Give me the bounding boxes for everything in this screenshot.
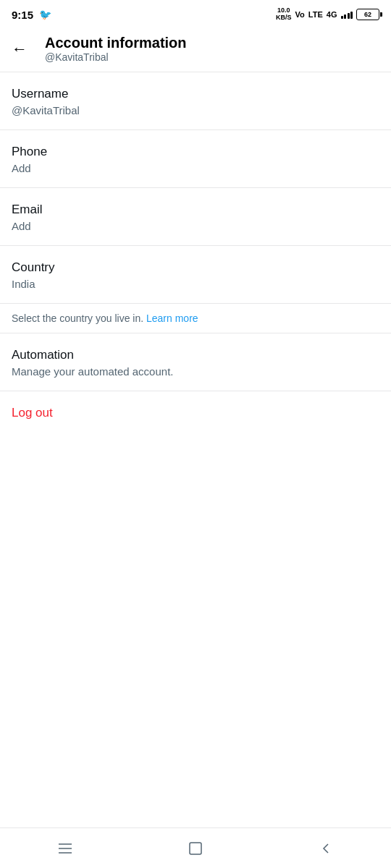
nav-back-button[interactable] bbox=[308, 830, 344, 867]
network-type-4g: 4G bbox=[327, 10, 337, 19]
phone-section[interactable]: Phone Add bbox=[0, 130, 391, 188]
nav-menu-button[interactable] bbox=[47, 830, 83, 867]
signal-bars-icon bbox=[341, 10, 353, 19]
logout-section[interactable]: Log out bbox=[0, 391, 391, 435]
email-value: Add bbox=[12, 220, 379, 232]
username-section[interactable]: Username @KavitaTribal bbox=[0, 72, 391, 130]
automation-section[interactable]: Automation Manage your automated account… bbox=[0, 333, 391, 391]
phone-label: Phone bbox=[12, 145, 379, 159]
bottom-nav bbox=[0, 827, 391, 868]
country-note-text: Select the country you live in. bbox=[12, 312, 143, 324]
nav-home-button[interactable] bbox=[177, 830, 214, 867]
account-handle: @KavitaTribal bbox=[45, 51, 187, 63]
network-type-vo: Vo bbox=[295, 10, 305, 19]
network-type-lte: LTE bbox=[308, 10, 323, 19]
country-value: India bbox=[12, 278, 379, 290]
menu-icon bbox=[56, 840, 74, 857]
username-value: @KavitaTribal bbox=[12, 104, 379, 116]
automation-description: Manage your automated account. bbox=[12, 365, 379, 378]
status-time: 9:15 bbox=[12, 9, 33, 21]
network-speed: 10.0 KB/S bbox=[276, 7, 292, 22]
home-icon bbox=[187, 840, 204, 857]
logout-button[interactable]: Log out bbox=[12, 406, 53, 420]
country-note: Select the country you live in. Learn mo… bbox=[0, 304, 391, 333]
svg-rect-3 bbox=[190, 843, 201, 854]
back-nav-icon bbox=[317, 840, 335, 857]
learn-more-link[interactable]: Learn more bbox=[146, 312, 198, 324]
country-label: Country bbox=[12, 260, 379, 275]
status-left: 9:15 🐦 bbox=[12, 9, 51, 21]
country-section[interactable]: Country India bbox=[0, 246, 391, 304]
email-label: Email bbox=[12, 203, 379, 217]
header: ← Account information @KavitaTribal bbox=[0, 26, 391, 72]
automation-label: Automation bbox=[12, 348, 379, 362]
twitter-bird-icon: 🐦 bbox=[39, 9, 51, 20]
status-bar: 9:15 🐦 10.0 KB/S Vo LTE 4G 62 bbox=[0, 0, 391, 26]
page-title: Account information bbox=[45, 35, 187, 51]
email-section[interactable]: Email Add bbox=[0, 188, 391, 246]
username-label: Username bbox=[12, 87, 379, 101]
header-title-group: Account information @KavitaTribal bbox=[45, 35, 187, 63]
phone-value: Add bbox=[12, 162, 379, 174]
status-right: 10.0 KB/S Vo LTE 4G 62 bbox=[276, 7, 379, 22]
back-button[interactable]: ← bbox=[12, 41, 28, 57]
battery-icon: 62 bbox=[356, 9, 379, 20]
content: Username @KavitaTribal Phone Add Email A… bbox=[0, 72, 391, 435]
